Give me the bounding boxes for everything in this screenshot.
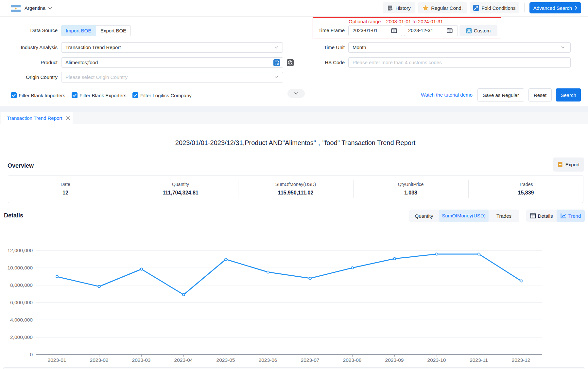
svg-text:0: 0 <box>30 352 33 357</box>
svg-text:6,000,000: 6,000,000 <box>10 300 33 305</box>
svg-text:2023-11: 2023-11 <box>470 357 488 363</box>
svg-text:2023-10: 2023-10 <box>427 357 446 363</box>
svg-text:2023-12: 2023-12 <box>512 357 530 363</box>
svg-text:2023-04: 2023-04 <box>174 357 193 363</box>
svg-text:2023-02: 2023-02 <box>90 357 109 363</box>
svg-text:2023-07: 2023-07 <box>301 357 320 363</box>
svg-text:2023-03: 2023-03 <box>132 357 151 363</box>
svg-text:2023-09: 2023-09 <box>385 357 404 363</box>
svg-text:12,000,000: 12,000,000 <box>7 248 33 253</box>
svg-text:2023-08: 2023-08 <box>343 357 362 363</box>
svg-text:10,000,000: 10,000,000 <box>7 265 33 270</box>
svg-text:8,000,000: 8,000,000 <box>10 282 33 288</box>
svg-text:A: A <box>277 62 279 66</box>
svg-text:2023-06: 2023-06 <box>259 357 277 363</box>
svg-text:2023-05: 2023-05 <box>216 357 235 363</box>
svg-text:2,000,000: 2,000,000 <box>10 334 33 340</box>
svg-text:2023-01: 2023-01 <box>48 357 66 363</box>
svg-text:4,000,000: 4,000,000 <box>10 317 33 323</box>
